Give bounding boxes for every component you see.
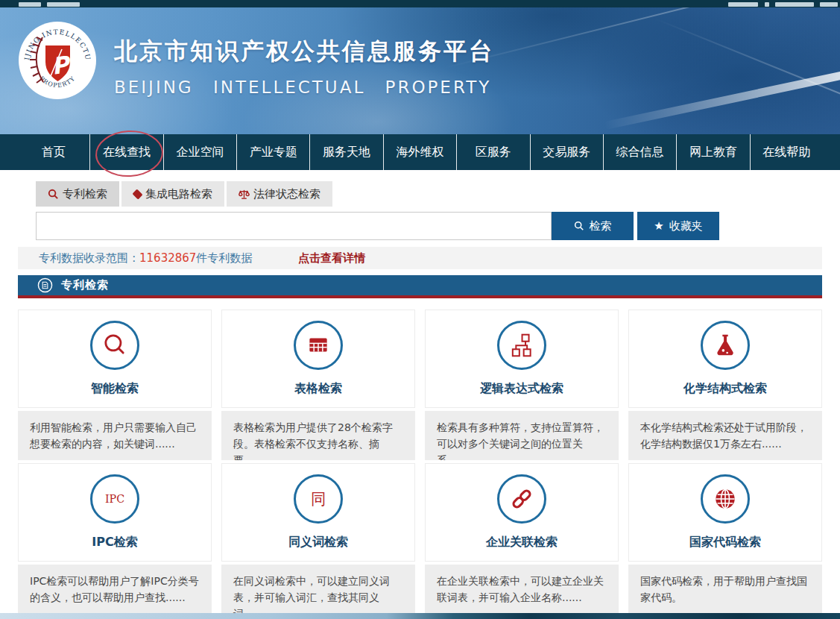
icon-circle	[90, 321, 139, 370]
card-description: 表格检索为用户提供了28个检索字段。表格检索不仅支持名称、摘要......	[221, 411, 415, 460]
card-description: 在同义词检索中，可以建立同义词表，并可输入词汇，查找其同义词......	[221, 565, 415, 614]
sitemap-icon	[508, 332, 535, 359]
card-table-search[interactable]: 表格检索 表格检索为用户提供了28个检索字段。表格检索不仅支持名称、摘要....…	[221, 310, 415, 460]
search-button[interactable]: 检索	[552, 212, 634, 240]
card-enterprise-relation-search[interactable]: 企业关联检索 在企业关联检索中，可以建立企业关联词表，并可输入企业名称.....…	[425, 463, 619, 614]
nav-item-industry-topics[interactable]: 产业专题	[236, 134, 309, 170]
card-country-code-search[interactable]: 国家代码检索 国家代码检索，用于帮助用户查找国家代码。	[628, 463, 822, 614]
topbar-clipped-text	[728, 2, 758, 7]
search-input[interactable]	[36, 212, 552, 240]
nav-item-online-search[interactable]: 在线查找	[89, 134, 162, 170]
chip-icon	[132, 189, 142, 199]
tab-label: 法律状态检索	[253, 187, 320, 201]
top-utility-bar	[0, 0, 840, 7]
view-details-link[interactable]: 点击查看详情	[298, 251, 365, 265]
patent-data-stats-bar: 专利数据收录范围：11632867件专利数据 点击查看详情	[18, 247, 822, 269]
card-top: 智能检索	[18, 310, 212, 408]
header-light-streak	[604, 69, 840, 130]
topbar-clipped-text	[19, 2, 41, 7]
bottom-background-strip	[0, 613, 840, 619]
main-nav: 首页 在线查找 企业空间 产业专题 服务天地 海外维权 区服务 交易服务 综合信…	[0, 134, 840, 170]
card-title: 国家代码检索	[689, 535, 761, 550]
card-top: 同 同义词检索	[221, 463, 415, 562]
topbar-clipped-text	[775, 2, 814, 7]
magnifier-icon	[101, 332, 128, 359]
card-top: 国家代码检索	[628, 463, 822, 562]
card-description: 本化学结构式检索还处于试用阶段，化学结构数据仅1万条左右......	[628, 411, 822, 460]
card-ipc-search[interactable]: IPC IPC检索 IPC检索可以帮助用户了解IPC分类号的含义，也可以帮助用户…	[18, 463, 212, 614]
card-description: 利用智能检索，用户只需要输入自己想要检索的内容，如关键词......	[18, 411, 212, 460]
favorites-button[interactable]: ★ 收藏夹	[637, 212, 719, 240]
stats-unit: 件专利数据	[196, 251, 252, 265]
nav-item-online-help[interactable]: 在线帮助	[750, 134, 823, 170]
tab-patent-search[interactable]: 专利检索	[36, 181, 119, 207]
flask-icon	[712, 332, 739, 359]
search-methods-grid: 智能检索 利用智能检索，用户只需要输入自己想要检索的内容，如关键词......	[18, 310, 822, 614]
star-icon: ★	[654, 221, 663, 232]
card-title: 化学结构式检索	[683, 381, 767, 397]
magnifier-icon	[574, 221, 584, 231]
icon-circle	[497, 321, 546, 370]
topbar-clipped-text	[820, 2, 838, 7]
magnifier-icon	[48, 189, 59, 200]
icon-circle	[701, 474, 750, 524]
card-synonym-search[interactable]: 同 同义词检索 在同义词检索中，可以建立同义词表，并可输入词汇，查找其同义词..…	[221, 463, 415, 614]
main-nav-inner: 首页 在线查找 企业空间 产业专题 服务天地 海外维权 区服务 交易服务 综合信…	[17, 134, 823, 170]
card-title: 表格检索	[294, 381, 342, 397]
card-title: 企业关联检索	[486, 535, 558, 550]
card-chemical-structure-search[interactable]: 化学结构式检索 本化学结构式检索还处于试用阶段，化学结构数据仅1万条左右....…	[628, 310, 822, 460]
page: BEIJING INTELLECTUAL PROPERTY P 北京市知识产权公…	[0, 0, 840, 619]
card-title: 逻辑表达式检索	[480, 381, 563, 397]
icon-circle	[701, 321, 750, 370]
ipc-text-icon: IPC	[101, 486, 128, 512]
card-top: 企业关联检索	[425, 463, 619, 562]
nav-item-online-education[interactable]: 网上教育	[676, 134, 749, 170]
section-title: 专利检索	[61, 278, 109, 292]
card-top: IPC IPC检索	[18, 463, 212, 562]
tab-label: 集成电路检索	[145, 187, 212, 201]
card-title: 智能检索	[91, 381, 139, 397]
synonym-text-icon: 同	[305, 486, 332, 512]
table-icon	[305, 332, 332, 359]
tab-label: 专利检索	[63, 187, 107, 201]
nav-item-district-services[interactable]: 区服务	[456, 134, 529, 170]
document-badge-icon	[37, 277, 53, 293]
site-logo: BEIJING INTELLECTUAL PROPERTY P	[18, 21, 97, 100]
card-description: 检索具有多种算符，支持位置算符，可以对多个关键词之间的位置关系......	[425, 411, 619, 460]
nav-item-home[interactable]: 首页	[17, 134, 89, 170]
tab-legal-status-search[interactable]: 法律状态检索	[227, 181, 332, 207]
topbar-clipped-text	[765, 2, 769, 7]
card-description: 国家代码检索，用于帮助用户查找国家代码。	[628, 565, 822, 614]
nav-item-trading-services[interactable]: 交易服务	[530, 134, 603, 170]
icon-circle: IPC	[90, 474, 139, 524]
card-top: 化学结构式检索	[628, 310, 822, 408]
card-top: 表格检索	[221, 310, 415, 408]
site-title: 北京市知识产权公共信息服务平台	[114, 36, 494, 67]
brand-block: 北京市知识产权公共信息服务平台 BEIJING INTELLECTUAL PRO…	[114, 36, 494, 97]
nav-item-overseas-rights[interactable]: 海外维权	[383, 134, 456, 170]
icon-circle: 同	[294, 474, 343, 524]
nav-item-general-info[interactable]: 综合信息	[603, 134, 676, 170]
icon-circle	[497, 474, 546, 524]
svg-text:同: 同	[311, 490, 326, 508]
chain-link-icon	[508, 486, 535, 512]
card-title: IPC检索	[92, 535, 137, 550]
site-subtitle: BEIJING INTELLECTUAL PROPERTY	[114, 78, 494, 97]
header-light-streak	[654, 18, 840, 103]
svg-text:IPC: IPC	[105, 493, 124, 505]
card-description: 在企业关联检索中，可以建立企业关联词表，并可输入企业名称......	[425, 565, 619, 614]
tab-ic-search[interactable]: 集成电路检索	[121, 181, 224, 207]
card-description: IPC检索可以帮助用户了解IPC分类号的含义，也可以帮助用户查找......	[18, 565, 212, 614]
nav-item-enterprise-space[interactable]: 企业空间	[163, 134, 236, 170]
card-smart-search[interactable]: 智能检索 利用智能检索，用户只需要输入自己想要检索的内容，如关键词......	[18, 310, 212, 460]
site-header: BEIJING INTELLECTUAL PROPERTY P 北京市知识产权公…	[0, 7, 840, 134]
stats-label: 专利数据收录范围：	[39, 251, 139, 265]
card-title: 同义词检索	[288, 535, 348, 550]
card-top: 逻辑表达式检索	[425, 310, 619, 408]
section-header: 专利检索	[18, 275, 822, 298]
search-button-label: 检索	[590, 219, 612, 233]
nav-item-service-world[interactable]: 服务天地	[309, 134, 382, 170]
card-logic-expression-search[interactable]: 逻辑表达式检索 检索具有多种算符，支持位置算符，可以对多个关键词之间的位置关系.…	[425, 310, 619, 460]
topbar-clipped-text	[47, 2, 80, 7]
search-type-tabs: 专利检索 集成电路检索 法律状态检索	[36, 181, 332, 207]
